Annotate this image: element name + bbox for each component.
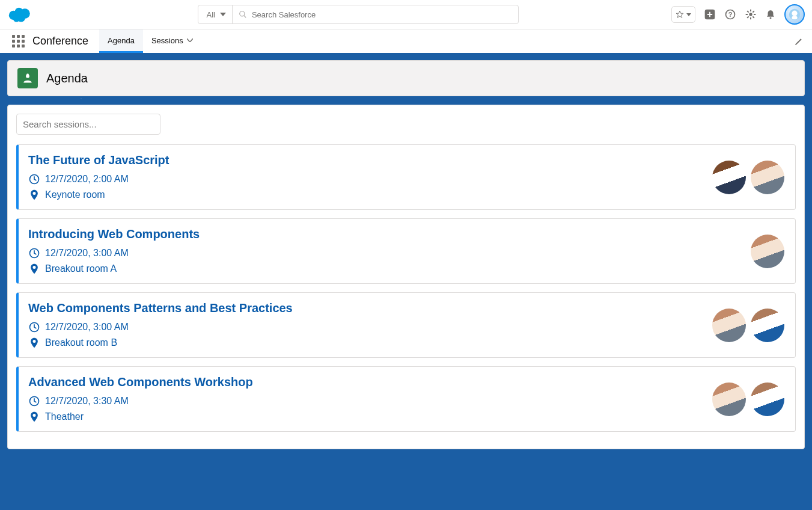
session-room-row: Keynote room	[28, 189, 169, 201]
page-title: Agenda	[46, 72, 88, 85]
svg-rect-24	[26, 74, 28, 76]
session-title[interactable]: Advanced Web Components Workshop	[28, 375, 253, 389]
session-room: Breakout room A	[45, 263, 117, 274]
app-name: Conference	[30, 29, 99, 53]
favorites-button[interactable]	[671, 6, 695, 23]
svg-line-15	[747, 11, 749, 13]
pencil-icon	[794, 37, 804, 46]
agenda-icon	[22, 72, 34, 84]
page-header: Agenda	[7, 60, 805, 96]
agenda-card: The Future of JavaScript12/7/2020, 2:00 …	[7, 105, 805, 449]
app-nav-bar: Conference AgendaSessions	[0, 29, 812, 53]
sessions-list: The Future of JavaScript12/7/2020, 2:00 …	[16, 144, 796, 432]
svg-point-10	[749, 13, 752, 16]
setup-button[interactable]	[745, 8, 757, 20]
session-search-input[interactable]	[16, 114, 160, 135]
speaker-avatar[interactable]	[712, 309, 746, 342]
session-room-row: Theather	[28, 411, 253, 423]
clock-icon	[28, 321, 40, 333]
svg-point-32	[33, 414, 36, 417]
nav-tab-agenda[interactable]: Agenda	[99, 29, 143, 53]
gear-icon	[745, 8, 757, 20]
session-title[interactable]: Web Components Patterns and Best Practic…	[28, 301, 293, 315]
add-button[interactable]	[704, 8, 716, 20]
session-speakers	[751, 235, 784, 268]
session-card[interactable]: Advanced Web Components Workshop12/7/202…	[16, 366, 796, 432]
svg-point-4	[13, 15, 20, 22]
session-room: Keynote room	[45, 189, 105, 200]
session-datetime-row: 12/7/2020, 2:00 AM	[28, 173, 169, 185]
session-room: Breakout room B	[45, 337, 117, 348]
svg-line-17	[747, 16, 749, 18]
svg-point-28	[33, 266, 36, 269]
session-datetime-row: 12/7/2020, 3:30 AM	[28, 395, 253, 407]
speaker-avatar[interactable]	[712, 382, 746, 416]
search-scope-selector[interactable]: All	[198, 5, 233, 23]
session-title[interactable]: The Future of JavaScript	[28, 153, 169, 167]
global-header: All ?	[0, 0, 812, 29]
header-actions: ?	[671, 4, 805, 25]
caret-down-icon	[686, 13, 691, 16]
speaker-avatar[interactable]	[751, 161, 784, 194]
session-info: The Future of JavaScript12/7/2020, 2:00 …	[28, 153, 169, 201]
svg-point-26	[33, 192, 36, 195]
session-datetime: 12/7/2020, 3:00 AM	[45, 322, 129, 333]
star-icon	[676, 10, 684, 19]
svg-point-21	[792, 11, 797, 16]
session-datetime: 12/7/2020, 3:00 AM	[45, 248, 129, 259]
session-info: Introducing Web Components12/7/2020, 3:0…	[28, 227, 200, 275]
session-card[interactable]: Introducing Web Components12/7/2020, 3:0…	[16, 218, 796, 284]
session-speakers	[712, 161, 784, 194]
speaker-avatar[interactable]	[751, 382, 784, 416]
search-input-wrap	[233, 5, 518, 23]
search-input[interactable]	[252, 10, 518, 19]
session-info: Web Components Patterns and Best Practic…	[28, 301, 293, 349]
svg-line-18	[752, 11, 754, 13]
session-title[interactable]: Introducing Web Components	[28, 227, 200, 241]
session-card[interactable]: The Future of JavaScript12/7/2020, 2:00 …	[16, 144, 796, 210]
session-datetime: 12/7/2020, 2:00 AM	[45, 174, 129, 185]
salesforce-logo[interactable]	[7, 5, 32, 23]
page-icon	[17, 68, 38, 88]
user-avatar[interactable]	[784, 4, 805, 25]
clock-icon	[28, 395, 40, 407]
svg-line-16	[752, 16, 754, 18]
session-room-row: Breakout room A	[28, 263, 200, 275]
chevron-down-icon	[187, 38, 193, 42]
content-area: Agenda The Future of JavaScript12/7/2020…	[0, 53, 812, 510]
header-center: All	[44, 5, 671, 24]
session-room: Theather	[45, 411, 84, 422]
global-search: All	[198, 5, 519, 24]
session-datetime: 12/7/2020, 3:30 AM	[45, 396, 129, 407]
location-pin-icon	[28, 263, 40, 275]
svg-rect-22	[792, 16, 797, 20]
bell-icon	[765, 8, 776, 20]
clock-icon	[28, 247, 40, 259]
app-launcher-button[interactable]	[6, 29, 30, 53]
search-icon	[239, 10, 247, 19]
waffle-icon	[12, 35, 25, 48]
notifications-button[interactable]	[765, 8, 776, 20]
nav-tabs: AgendaSessions	[99, 29, 201, 53]
caret-down-icon	[220, 13, 226, 16]
speaker-avatar[interactable]	[751, 235, 784, 268]
session-datetime-row: 12/7/2020, 3:00 AM	[28, 321, 293, 333]
speaker-avatar[interactable]	[712, 161, 746, 194]
nav-tab-label: Agenda	[108, 36, 135, 45]
session-card[interactable]: Web Components Patterns and Best Practic…	[16, 292, 796, 358]
session-info: Advanced Web Components Workshop12/7/202…	[28, 375, 253, 423]
session-speakers	[712, 309, 784, 342]
svg-point-19	[770, 17, 772, 19]
edit-nav-button[interactable]	[786, 29, 812, 53]
svg-text:?: ?	[728, 11, 733, 18]
help-button[interactable]: ?	[724, 8, 736, 20]
session-datetime-row: 12/7/2020, 3:00 AM	[28, 247, 200, 259]
nav-tab-sessions[interactable]: Sessions	[143, 29, 201, 53]
session-room-row: Breakout room B	[28, 337, 293, 349]
svg-line-6	[244, 16, 246, 18]
location-pin-icon	[28, 337, 40, 349]
clock-icon	[28, 173, 40, 185]
session-speakers	[712, 382, 784, 416]
search-scope-label: All	[207, 10, 215, 19]
speaker-avatar[interactable]	[751, 309, 784, 342]
